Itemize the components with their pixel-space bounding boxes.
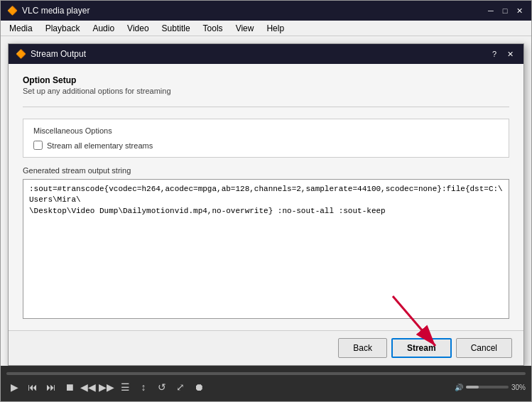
checkbox-label: Stream all elementary streams (47, 141, 153, 150)
section-header: Option Setup Set up any additional optio… (23, 75, 509, 95)
menu-tools[interactable]: Tools (197, 22, 229, 35)
title-bar: 🔶 VLC media player ─ □ ✕ (1, 1, 531, 21)
close-window-button[interactable]: ✕ (513, 5, 526, 16)
checkbox-row: Stream all elementary streams (33, 141, 499, 150)
dialog-title-text: Stream Output (31, 49, 86, 59)
stream-button[interactable]: Stream (391, 338, 452, 358)
frame-next-button[interactable]: ▶▶ (99, 379, 114, 395)
misc-options-label: Miscellaneous Options (33, 126, 499, 135)
dialog-title-icon: 🔶 (16, 49, 26, 59)
volume-area: 🔊 30% (455, 384, 526, 391)
dialog-controls: ? ✕ (488, 48, 516, 60)
frame-prev-button[interactable]: ◀◀ (80, 379, 96, 395)
divider-1 (23, 107, 509, 107)
aspect-button[interactable]: ↕ (136, 379, 151, 395)
maximize-button[interactable]: □ (499, 5, 511, 16)
record-button[interactable]: ⏺ (191, 379, 207, 395)
volume-bar[interactable] (466, 386, 509, 389)
section-title: Option Setup (23, 75, 509, 85)
prev-button[interactable]: ⏮ (25, 379, 40, 395)
dialog-help-button[interactable]: ? (488, 48, 501, 60)
menu-playback[interactable]: Playback (40, 22, 86, 35)
output-textarea[interactable]: :sout=#transcode{vcodec=h264,acodec=mpga… (23, 179, 509, 319)
minimize-button[interactable]: ─ (484, 5, 497, 16)
random-button[interactable]: ⤢ (173, 379, 188, 395)
playlist-button[interactable]: ☰ (117, 379, 133, 395)
vlc-content: 🔶 Stream Output ? ✕ Option Setup Set up … (1, 36, 531, 401)
title-bar-controls: ─ □ ✕ (484, 5, 526, 16)
next-button[interactable]: ⏭ (43, 379, 59, 395)
menu-view[interactable]: View (230, 22, 260, 35)
play-button[interactable]: ▶ (6, 379, 22, 395)
dialog-close-button[interactable]: ✕ (504, 48, 516, 60)
output-label: Generated stream output string (23, 166, 509, 175)
stream-output-dialog: 🔶 Stream Output ? ✕ Option Setup Set up … (8, 43, 524, 366)
menu-bar: Media Playback Audio Video Subtitle Tool… (1, 21, 531, 36)
cancel-button[interactable]: Cancel (456, 338, 512, 358)
dialog-title-left: 🔶 Stream Output (16, 49, 86, 59)
vlc-window: 🔶 VLC media player ─ □ ✕ Media Playback … (0, 0, 532, 402)
misc-options-group: Miscellaneous Options Stream all element… (23, 119, 509, 158)
section-subtitle: Set up any additional options for stream… (23, 87, 509, 95)
vlc-cone-icon: 🔶 (6, 5, 18, 16)
menu-video[interactable]: Video (121, 22, 154, 35)
loop-button[interactable]: ↺ (154, 379, 170, 395)
volume-fill (466, 386, 479, 389)
title-bar-left: 🔶 VLC media player (6, 5, 89, 16)
player-controls: ▶ ⏮ ⏭ ⏹ ◀◀ ▶▶ ☰ ↕ ↺ ⤢ ⏺ 🔊 30% (6, 379, 526, 395)
menu-audio[interactable]: Audio (87, 22, 120, 35)
progress-bar[interactable] (6, 372, 526, 375)
player-bar: ▶ ⏮ ⏭ ⏹ ◀◀ ▶▶ ☰ ↕ ↺ ⤢ ⏺ 🔊 30% (1, 366, 531, 401)
dialog-body: Option Setup Set up any additional optio… (9, 64, 523, 330)
window-title: VLC media player (22, 6, 89, 16)
volume-label: 30% (511, 384, 526, 391)
menu-help[interactable]: Help (261, 22, 290, 35)
menu-media[interactable]: Media (4, 22, 38, 35)
dialog-footer: Back Stream Cancel (9, 330, 523, 365)
volume-icon[interactable]: 🔊 (455, 384, 463, 391)
back-button[interactable]: Back (338, 338, 387, 358)
stream-elementary-checkbox[interactable] (33, 141, 43, 150)
output-group: Generated stream output string :sout=#tr… (23, 166, 509, 319)
stop-button[interactable]: ⏹ (62, 379, 77, 395)
menu-subtitle[interactable]: Subtitle (156, 22, 196, 35)
dialog-title-bar: 🔶 Stream Output ? ✕ (9, 44, 523, 64)
